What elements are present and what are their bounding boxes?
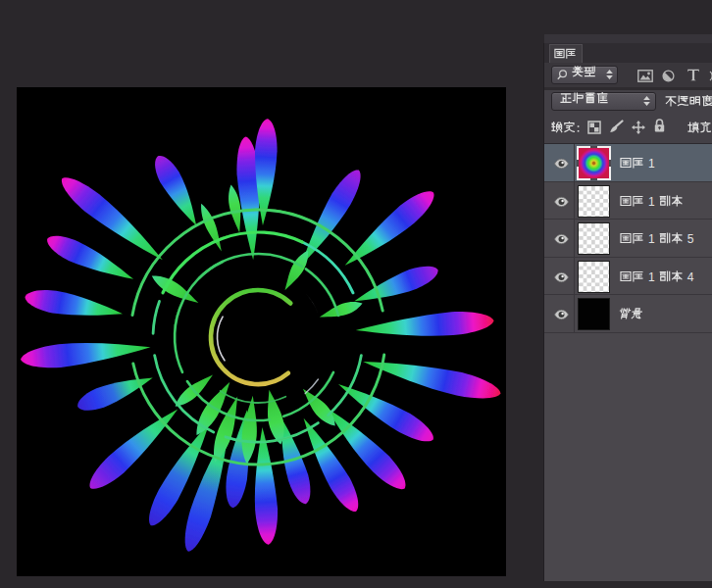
svg-text:1: 1 [648,270,655,283]
svg-text:4: 4 [687,270,694,283]
svg-text:1: 1 [648,157,655,171]
svg-text:5: 5 [687,232,694,246]
svg-text:1: 1 [648,232,655,246]
svg-text:1: 1 [648,194,655,208]
